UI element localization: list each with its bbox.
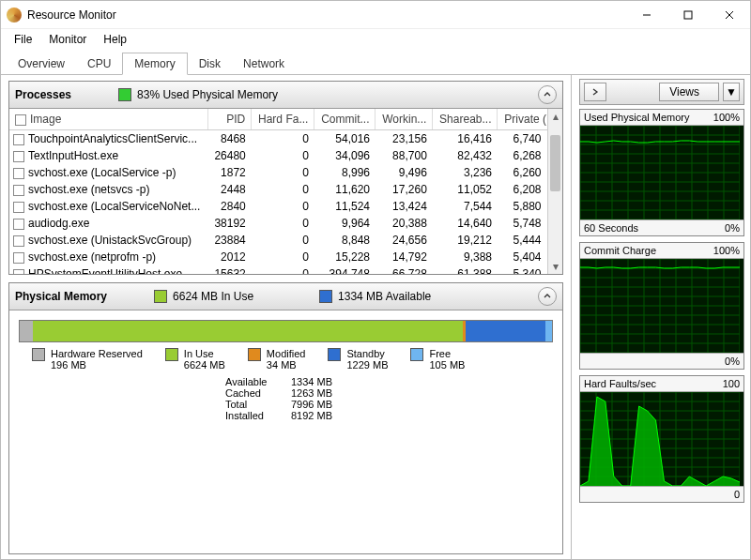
physical-memory-panel: Physical Memory 6624 MB In Use 1334 MB A… xyxy=(8,282,563,554)
charts-header: Views ▼ xyxy=(579,79,744,105)
legend-value-modified: 34 MB xyxy=(267,359,306,371)
col-hard[interactable]: Hard Fa... xyxy=(252,109,314,130)
membar-seg-hardware_reserved xyxy=(20,321,33,341)
menu-help[interactable]: Help xyxy=(96,31,134,48)
menu-monitor[interactable]: Monitor xyxy=(41,31,94,48)
chart-used-canvas xyxy=(580,126,743,219)
memory-stats: Available1334 MB Cached1263 MB Total7996… xyxy=(225,376,562,421)
table-row[interactable]: svchost.exe (UnistackSvcGroup) 2388408,8… xyxy=(9,232,562,249)
membar-seg-standby xyxy=(466,321,545,341)
table-row[interactable]: svchost.exe (LocalService -p) 187208,996… xyxy=(9,164,562,181)
in-use-label: 6624 MB In Use xyxy=(173,290,253,303)
col-pid[interactable]: PID xyxy=(208,109,252,130)
legend-value-free: 105 MB xyxy=(429,359,465,371)
chart-used-footleft: 60 Seconds xyxy=(584,222,638,234)
scroll-up-icon[interactable]: ▴ xyxy=(548,109,562,124)
row-checkbox[interactable] xyxy=(13,202,24,213)
legend-swatch-hardware_reserved xyxy=(32,348,45,361)
row-checkbox[interactable] xyxy=(13,134,24,145)
chart-used-max: 100% xyxy=(713,112,740,123)
stat-total-v: 7996 MB xyxy=(291,399,332,410)
row-checkbox[interactable] xyxy=(13,151,24,162)
legend-swatch-standby xyxy=(328,348,341,361)
menubar: File Monitor Help xyxy=(1,29,750,50)
legend-label-free: Free xyxy=(429,348,465,359)
row-checkbox[interactable] xyxy=(13,219,24,230)
legend-value-standby: 1229 MB xyxy=(346,359,388,371)
maximize-button[interactable] xyxy=(667,1,709,29)
processes-panel: Processes 83% Used Physical Memory Image… xyxy=(8,81,563,275)
window-title: Resource Monitor xyxy=(27,8,626,22)
table-row[interactable]: svchost.exe (netprofm -p) 2012015,22814,… xyxy=(9,249,562,265)
table-row[interactable]: TouchpointAnalyticsClientServic... 84680… xyxy=(9,130,562,148)
row-checkbox[interactable] xyxy=(13,185,24,196)
chart-faults-canvas xyxy=(580,392,743,486)
app-icon xyxy=(7,8,22,23)
row-checkbox[interactable] xyxy=(13,269,24,274)
views-dropdown-button[interactable]: ▼ xyxy=(723,83,740,101)
col-working[interactable]: Workin... xyxy=(376,109,433,130)
select-all-checkbox[interactable] xyxy=(15,114,26,126)
processes-scrollbar[interactable]: ▴ ▾ xyxy=(547,109,562,274)
table-row[interactable]: audiodg.exe 3819209,96420,38814,6405,748 xyxy=(9,215,562,232)
col-image[interactable]: Image xyxy=(9,109,208,130)
legend-swatch-free xyxy=(410,348,423,361)
physical-memory-collapse-button[interactable] xyxy=(538,287,557,306)
views-button[interactable]: Views xyxy=(659,83,719,101)
charts-expand-button[interactable] xyxy=(584,83,606,101)
processes-header[interactable]: Processes 83% Used Physical Memory xyxy=(9,82,562,109)
tab-network[interactable]: Network xyxy=(232,53,296,74)
legend-label-modified: Modified xyxy=(267,348,306,359)
legend-standby: Standby 1229 MB xyxy=(328,348,388,371)
in-use-swatch xyxy=(154,290,167,303)
tab-memory[interactable]: Memory xyxy=(122,53,187,75)
chart-faults-title: Hard Faults/sec xyxy=(584,378,656,389)
physical-memory-title: Physical Memory xyxy=(15,290,107,303)
close-button[interactable] xyxy=(709,1,750,29)
memory-bar xyxy=(19,320,553,342)
legend-in_use: In Use 6624 MB xyxy=(165,348,225,371)
processes-summary: 83% Used Physical Memory xyxy=(137,88,278,101)
minimize-button[interactable] xyxy=(626,1,667,29)
legend-value-in_use: 6624 MB xyxy=(184,359,225,371)
tab-overview[interactable]: Overview xyxy=(7,53,76,74)
stat-installed-k: Installed xyxy=(225,410,291,421)
chart-commit-title: Commit Charge xyxy=(584,245,656,256)
stat-total-k: Total xyxy=(225,399,291,410)
row-checkbox[interactable] xyxy=(13,168,24,179)
scroll-thumb[interactable] xyxy=(550,135,560,191)
legend-hardware_reserved: Hardware Reserved 196 MB xyxy=(32,348,143,371)
chart-used-title: Used Physical Memory xyxy=(584,112,689,123)
menu-file[interactable]: File xyxy=(7,31,39,48)
available-swatch xyxy=(319,290,332,303)
table-row[interactable]: svchost.exe (netsvcs -p) 2448011,62017,2… xyxy=(9,181,562,198)
chart-commit-canvas xyxy=(580,259,743,353)
row-checkbox[interactable] xyxy=(13,252,24,264)
col-share[interactable]: Shareab... xyxy=(433,109,498,130)
scroll-down-icon[interactable]: ▾ xyxy=(548,259,562,274)
chart-commit-charge: Commit Charge100% 0% xyxy=(579,242,744,370)
stat-cached-v: 1263 MB xyxy=(291,387,332,399)
titlebar: Resource Monitor xyxy=(1,1,750,29)
available-label: 1334 MB Available xyxy=(338,290,431,303)
row-checkbox[interactable] xyxy=(13,235,24,247)
legend-free: Free 105 MB xyxy=(410,348,465,371)
chart-commit-max: 100% xyxy=(713,245,740,256)
stat-available-k: Available xyxy=(225,376,291,387)
physical-memory-header[interactable]: Physical Memory 6624 MB In Use 1334 MB A… xyxy=(9,283,562,310)
svg-rect-1 xyxy=(684,11,692,19)
col-commit[interactable]: Commit... xyxy=(314,109,376,130)
chart-faults-footright: 0 xyxy=(734,489,740,500)
legend-value-hardware_reserved: 196 MB xyxy=(51,359,143,371)
processes-summary-swatch xyxy=(118,88,131,101)
table-row[interactable]: svchost.exe (LocalServiceNoNet... 284001… xyxy=(9,198,562,215)
table-row[interactable]: TextInputHost.exe 26480034,09688,70082,4… xyxy=(9,147,562,164)
tab-cpu[interactable]: CPU xyxy=(76,53,122,74)
tab-disk[interactable]: Disk xyxy=(188,53,232,74)
legend-swatch-in_use xyxy=(165,348,178,361)
legend-label-in_use: In Use xyxy=(184,348,225,359)
memory-legend: Hardware Reserved 196 MB In Use 6624 MB … xyxy=(32,348,540,371)
processes-collapse-button[interactable] xyxy=(538,85,557,104)
processes-title: Processes xyxy=(15,88,71,101)
table-row[interactable]: HPSystemEventUtilityHost.exe 156320394,7… xyxy=(9,265,562,274)
